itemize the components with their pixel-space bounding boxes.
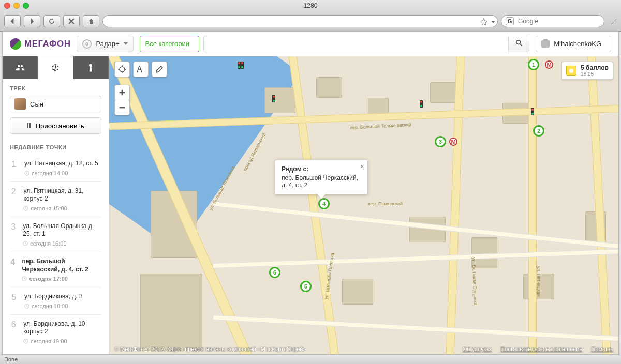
home-button[interactable] (83, 15, 99, 27)
pause-label: Приостановить (35, 122, 84, 130)
categories-label: Все категории (145, 40, 189, 48)
person-avatar (14, 98, 26, 110)
locate-button[interactable] (114, 62, 130, 77)
map-marker[interactable]: 4 (318, 198, 330, 209)
footer-link-services[interactable]: Об услугах (463, 346, 492, 352)
svg-point-7 (120, 67, 125, 72)
footer-link-help[interactable]: Помощь (592, 346, 614, 352)
radar-label: Радар+ (96, 40, 119, 48)
svg-point-0 (516, 40, 520, 44)
bookmark-dropdown-icon[interactable] (491, 21, 495, 23)
recent-point[interactable]: 2ул. Пятницкая, д. 31, корпус 2сегодня 1… (10, 181, 101, 217)
app-search-button[interactable] (508, 36, 529, 52)
app-search (203, 36, 529, 52)
point-number: 4 (10, 257, 16, 282)
sidebar-tabs (3, 56, 109, 79)
point-time: сегодня 16:00 (23, 240, 101, 247)
point-address: ул. Пятницкая, д. 18, ст. 5 (24, 160, 98, 168)
traffic-time: 18:05 (581, 71, 609, 77)
browser-search-input[interactable] (517, 17, 600, 25)
point-address: ул. Пятницкая, д. 31, корпус 2 (23, 187, 101, 203)
person-name: Сын (30, 100, 43, 108)
camera-icon (541, 40, 550, 48)
footer-link-agreement[interactable]: Пользовательское соглашение (500, 346, 582, 352)
recent-point[interactable]: 4пер. Большой Черкасский, д. 4, ст. 2сег… (10, 252, 101, 287)
reload-button[interactable] (43, 15, 60, 27)
map-marker[interactable]: 3 (435, 136, 446, 147)
zoom-out-button[interactable] (114, 100, 130, 115)
point-time: сегодня 15:00 (23, 205, 101, 211)
recent-point[interactable]: 3ул. Большая Ордынка д. 25, ст. 1сегодня… (10, 217, 101, 252)
point-number: 6 (10, 320, 17, 344)
radar-icon (82, 39, 92, 49)
point-time: сегодня 14:00 (24, 170, 98, 176)
point-time: сегодня 17:00 (22, 276, 101, 282)
recent-point[interactable]: 5ул. Бордникова, д. 3сегодня 18:00 (10, 287, 101, 314)
point-number: 2 (10, 187, 17, 211)
recent-point[interactable]: 6ул. Бордникова, д. 10 корпус 2сегодня 1… (10, 314, 101, 350)
point-time: сегодня 19:00 (23, 338, 101, 344)
map-marker[interactable]: 5 (300, 281, 312, 292)
traffic-badge[interactable]: 5 баллов 18:05 (561, 62, 613, 80)
tab-settings[interactable] (73, 56, 109, 79)
search-icon (515, 39, 523, 47)
point-address: ул. Бордникова, д. 10 корпус 2 (23, 320, 101, 336)
point-address: ул. Большая Ордынка д. 25, ст. 1 (23, 222, 101, 238)
point-number: 5 (10, 293, 18, 309)
back-button[interactable] (4, 15, 21, 27)
sidebar: ТРЕК Сын Приостановить НЕДАВНИЕ ТОЧКИ 1у… (3, 56, 109, 354)
tab-people[interactable] (3, 56, 38, 79)
pause-icon (27, 123, 31, 128)
app-window: МЕГАФОН Радар+ Все категории Mihalchenko… (2, 31, 619, 355)
stop-button[interactable] (63, 15, 80, 27)
bookmark-star-icon[interactable] (480, 18, 488, 26)
browser-status-bar: Done (0, 355, 621, 364)
google-icon: G (506, 17, 514, 25)
map-footer: © МегаФон © 2012. Карты предоставлены ко… (114, 346, 613, 352)
user-menu[interactable]: MihalchenkoKG (536, 36, 611, 52)
zoom-in-button[interactable] (114, 85, 130, 100)
point-address: ул. Бордникова, д. 3 (24, 293, 83, 301)
recent-section-title: НЕДАВНИЕ ТОЧКИ (10, 144, 101, 150)
browser-chrome: 1280 G (0, 0, 621, 32)
status-text: Done (4, 356, 18, 362)
app-header: МЕГАФОН Радар+ Все категории Mihalchenko… (3, 32, 618, 56)
point-time: сегодня 18:00 (24, 303, 83, 309)
map-view[interactable]: 5 баллов 18:05 (109, 56, 618, 354)
person-dropdown[interactable]: Сын (10, 96, 101, 112)
recent-point[interactable]: 1ул. Пятницкая, д. 18, ст. 5сегодня 14:0… (10, 155, 101, 181)
pause-button[interactable]: Приостановить (10, 117, 101, 134)
point-number: 3 (10, 222, 17, 247)
logo-text: МЕГАФОН (24, 39, 70, 49)
edit-button[interactable] (152, 62, 167, 77)
point-number: 1 (10, 160, 18, 176)
map-copyright: © МегаФон © 2012. Карты предоставлены ко… (114, 346, 306, 352)
categories-dropdown[interactable]: Все категории (140, 36, 199, 52)
point-address: пер. Большой Черкасский, д. 4, ст. 2 (22, 257, 101, 274)
balloon-lead: Рядом с: (282, 165, 361, 173)
chevron-down-icon (124, 42, 128, 45)
metro-icon: М (545, 60, 553, 69)
user-name: MihalchenkoKG (554, 40, 601, 48)
track-section-title: ТРЕК (10, 85, 101, 92)
map-marker[interactable]: 1 (528, 59, 539, 70)
radar-dropdown[interactable]: Радар+ (77, 36, 133, 52)
traffic-score: 5 баллов (581, 64, 609, 71)
app-search-input[interactable] (204, 40, 508, 48)
balloon-close[interactable]: × (360, 162, 364, 171)
address-bar[interactable] (102, 15, 498, 27)
megafon-logo[interactable]: МЕГАФОН (10, 38, 70, 50)
traffic-light-icon (566, 66, 576, 76)
resize-handle-icon (610, 18, 617, 25)
balloon-address: пер. Большой Черкасский, д. 4, ст. 2 (282, 174, 361, 189)
logo-icon (10, 38, 21, 50)
forward-button[interactable] (24, 15, 40, 27)
map-balloon: × Рядом с: пер. Большой Черкасский, д. 4… (275, 160, 368, 194)
map-marker[interactable]: 6 (269, 267, 280, 278)
ruler-button[interactable] (133, 62, 149, 77)
metro-icon: М (449, 138, 457, 146)
window-title: 1280 (0, 2, 621, 9)
tab-routes[interactable] (38, 56, 73, 79)
browser-search[interactable]: G (501, 15, 604, 27)
map-marker[interactable]: 2 (533, 125, 544, 136)
